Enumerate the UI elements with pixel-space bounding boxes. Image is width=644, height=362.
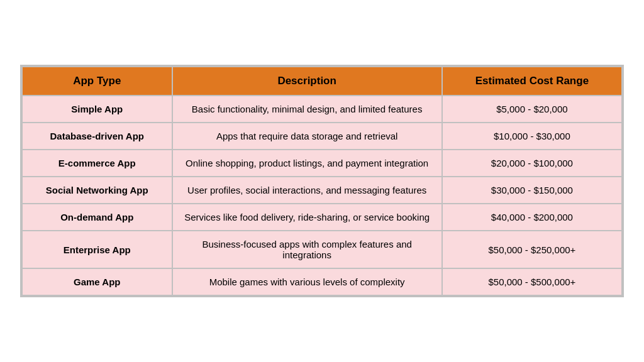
cell-cost: $30,000 - $150,000 (442, 177, 622, 204)
table-row: Social Networking AppUser profiles, soci… (22, 177, 622, 204)
header-app-type: App Type (22, 67, 172, 96)
table-header-row: App Type Description Estimated Cost Rang… (22, 67, 622, 96)
cell-app-type: Enterprise App (22, 231, 172, 268)
header-description: Description (172, 67, 442, 96)
cell-cost: $5,000 - $20,000 (442, 96, 622, 123)
table-row: E-commerce AppOnline shopping, product l… (22, 150, 622, 177)
cell-app-type: Simple App (22, 96, 172, 123)
header-cost-range: Estimated Cost Range (442, 67, 622, 96)
pricing-table: App Type Description Estimated Cost Rang… (20, 65, 624, 297)
cell-description: Mobile games with various levels of comp… (172, 268, 442, 295)
cell-app-type: Game App (22, 268, 172, 295)
cell-app-type: On-demand App (22, 204, 172, 231)
table-row: Game AppMobile games with various levels… (22, 268, 622, 295)
cell-description: Basic functionality, minimal design, and… (172, 96, 442, 123)
table-row: Database-driven AppApps that require dat… (22, 123, 622, 150)
cell-cost: $40,000 - $200,000 (442, 204, 622, 231)
cell-cost: $10,000 - $30,000 (442, 123, 622, 150)
cell-app-type: Social Networking App (22, 177, 172, 204)
cell-description: Apps that require data storage and retri… (172, 123, 442, 150)
cell-description: Online shopping, product listings, and p… (172, 150, 442, 177)
table-row: On-demand AppServices like food delivery… (22, 204, 622, 231)
cell-description: User profiles, social interactions, and … (172, 177, 442, 204)
cell-cost: $50,000 - $250,000+ (442, 231, 622, 268)
cell-cost: $20,000 - $100,000 (442, 150, 622, 177)
cell-cost: $50,000 - $500,000+ (442, 268, 622, 295)
cell-description: Business-focused apps with complex featu… (172, 231, 442, 268)
cell-app-type: E-commerce App (22, 150, 172, 177)
table-row: Simple AppBasic functionality, minimal d… (22, 96, 622, 123)
table-row: Enterprise AppBusiness-focused apps with… (22, 231, 622, 268)
cell-description: Services like food delivery, ride-sharin… (172, 204, 442, 231)
cell-app-type: Database-driven App (22, 123, 172, 150)
